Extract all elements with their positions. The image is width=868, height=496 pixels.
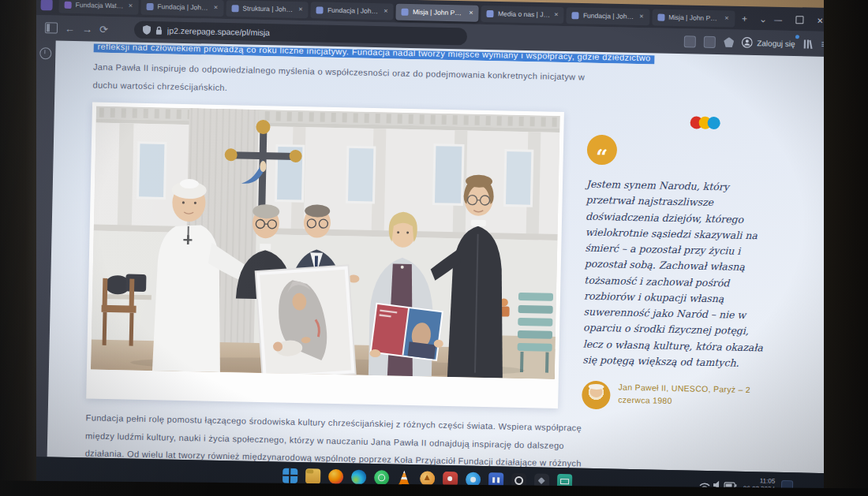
library-icon[interactable] xyxy=(803,39,813,49)
taskbar-app-orange-icon[interactable] xyxy=(419,471,434,486)
firefox-view-icon[interactable] xyxy=(40,0,52,10)
taskbar-app-m-icon[interactable] xyxy=(488,472,503,487)
notification-dot xyxy=(795,35,799,39)
tab-close-icon[interactable]: ✕ xyxy=(554,12,559,18)
url-bar[interactable]: jp2.zerepage.space/pl/misja xyxy=(134,21,467,46)
taskbar-skype-icon[interactable] xyxy=(465,472,480,487)
browser-tab-3[interactable]: Fundacja | John Paul✕ xyxy=(311,2,394,20)
tab-title: Misja | John Paul II V xyxy=(668,13,720,22)
taskbar-vlc-icon[interactable] xyxy=(396,470,411,485)
tab-favicon xyxy=(487,9,494,17)
extension-icon[interactable] xyxy=(704,35,716,47)
tab-title: Fundacja Watykanu xyxy=(76,1,125,9)
lock-icon xyxy=(155,26,163,35)
maximize-button[interactable] xyxy=(795,16,803,24)
taskbar-file-explorer-icon[interactable] xyxy=(305,468,320,483)
browser-tab-2[interactable]: Struktura | John Paul✕ xyxy=(226,0,309,18)
tab-favicon xyxy=(657,13,664,21)
blue-dot-icon xyxy=(708,117,720,129)
quote-author: Jan Paweł II, UNESCO, Paryż – 2 czerwca … xyxy=(618,382,770,410)
main-row: “ Jestem synem Narodu, który przetrwał n… xyxy=(86,103,804,414)
extension-icon[interactable] xyxy=(684,35,696,47)
browser-tab-7[interactable]: Misja | John Paul II V✕ xyxy=(652,9,735,27)
refresh-button[interactable]: ⟳ xyxy=(99,24,108,34)
browser-tab-1[interactable]: Fundacja | John Paul✕ xyxy=(140,0,223,16)
shield-icon[interactable] xyxy=(143,25,151,35)
vatican-group-photo xyxy=(91,106,560,379)
tab-close-icon[interactable]: ✕ xyxy=(298,6,303,13)
tab-title: Fundacja | John Paul xyxy=(157,2,209,11)
browser-content-row: refleksji nad człowiekiem prowadzą co ro… xyxy=(27,40,837,473)
extension-pentagon-icon[interactable] xyxy=(724,37,734,47)
forward-button[interactable]: → xyxy=(82,24,92,34)
wifi-icon xyxy=(700,483,709,486)
sidebar-toggle-icon[interactable] xyxy=(45,22,58,33)
url-text: jp2.zerepage.space/pl/misja xyxy=(167,25,270,37)
john-paul-ii-avatar xyxy=(582,381,611,410)
history-clock-icon[interactable] xyxy=(39,47,51,59)
login-label: Zaloguj się xyxy=(757,39,795,48)
tab-close-icon[interactable]: ✕ xyxy=(724,15,729,21)
tab-close-icon[interactable]: ✕ xyxy=(469,9,473,16)
quote-text: Jestem synem Narodu, który przetrwał naj… xyxy=(582,177,774,372)
intro-paragraph: Jana Pawła II inspiruje do odpowiedzialn… xyxy=(92,58,602,105)
tab-favicon xyxy=(316,6,324,13)
back-button[interactable]: ← xyxy=(65,23,75,33)
page-content: refleksji nad człowiekiem prowadzą co ro… xyxy=(47,41,837,474)
window-controls: — ✕ xyxy=(774,15,832,25)
quote-mark-icon: “ xyxy=(587,135,618,166)
tab-title: Misja | John Paul II V xyxy=(413,8,465,17)
tab-title: Media o nas | John P xyxy=(498,9,550,18)
tab-close-icon[interactable]: ✕ xyxy=(639,13,644,20)
tab-favicon xyxy=(572,12,579,19)
taskbar-app-red-icon[interactable] xyxy=(442,471,457,486)
new-tab-button[interactable]: + xyxy=(737,13,752,24)
taskbar-start-icon[interactable] xyxy=(282,468,297,483)
tab-favicon xyxy=(146,2,153,9)
quote-attribution: Jan Paweł II, UNESCO, Paryż – 2 czerwca … xyxy=(582,381,770,413)
minimize-button[interactable]: — xyxy=(774,15,782,24)
tab-close-icon[interactable]: ✕ xyxy=(128,2,133,9)
photo-of-monitor: Fundacja Watykanu✕Fundacja | John Paul✕S… xyxy=(0,0,868,496)
taskbar-firefox-icon[interactable] xyxy=(327,468,342,483)
login-button[interactable]: Zaloguj się xyxy=(742,37,795,49)
toolbar-right-cluster: Zaloguj się ≡ xyxy=(684,35,828,50)
tab-close-icon[interactable]: ✕ xyxy=(383,8,388,14)
webpage: refleksji nad człowiekiem prowadzą co ro… xyxy=(47,41,837,474)
account-icon xyxy=(742,37,753,48)
tab-title: Fundacja | John Paul xyxy=(583,12,635,21)
taskbar-edge-icon[interactable] xyxy=(350,469,365,484)
browser-tab-4[interactable]: Misja | John Paul II V✕ xyxy=(396,3,479,21)
photo-frame xyxy=(86,103,564,408)
quote-panel: “ Jestem synem Narodu, który przetrwał n… xyxy=(582,113,776,413)
monitor-bezel-right xyxy=(824,0,868,496)
tab-favicon xyxy=(231,5,238,12)
browser-tab-0[interactable]: Fundacja Watykanu✕ xyxy=(58,0,138,14)
monitor-bezel-left xyxy=(0,0,36,496)
taskbar-whatsapp-icon[interactable] xyxy=(373,470,388,485)
browser-tab-5[interactable]: Media o nas | John P✕ xyxy=(481,5,564,23)
browser-tab-6[interactable]: Fundacja | John Paul✕ xyxy=(567,7,649,25)
tab-title: Fundacja | John Paul xyxy=(327,6,380,15)
brand-dots-logo xyxy=(635,115,776,131)
tab-favicon xyxy=(65,1,72,8)
monitor-screen: Fundacja Watykanu✕Fundacja | John Paul✕S… xyxy=(26,0,838,496)
close-button[interactable]: ✕ xyxy=(817,16,824,24)
tab-list-chevron-icon[interactable]: ⌄ xyxy=(754,13,772,24)
tab-title: Struktura | John Paul xyxy=(242,4,294,13)
tab-close-icon[interactable]: ✕ xyxy=(213,5,218,11)
tab-favicon xyxy=(402,8,409,15)
